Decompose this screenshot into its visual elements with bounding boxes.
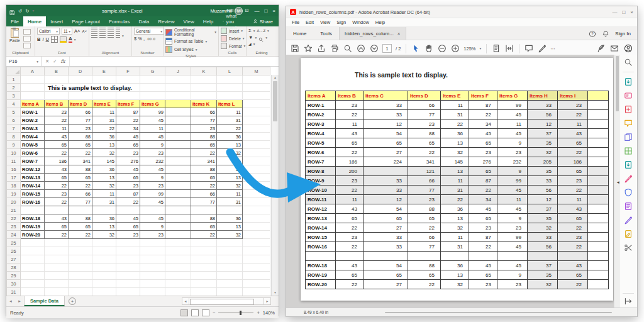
menu-help[interactable]: Help <box>372 19 388 25</box>
paste-button[interactable]: Paste <box>8 28 21 43</box>
close-button[interactable]: × <box>272 8 275 14</box>
cell[interactable] <box>45 247 69 255</box>
tab-tools[interactable]: Tools <box>313 27 339 40</box>
cell[interactable]: 23 <box>191 125 217 133</box>
cell[interactable] <box>191 280 217 288</box>
cell[interactable] <box>92 92 116 100</box>
cell[interactable]: 77 <box>69 198 92 206</box>
cell[interactable]: 88 <box>191 133 217 141</box>
italic-button[interactable]: I <box>42 36 43 42</box>
cell[interactable] <box>140 239 165 247</box>
cell[interactable]: ROW-3 <box>21 125 45 133</box>
row-header-27[interactable]: 27 <box>7 255 21 264</box>
cell[interactable]: 276 <box>116 157 140 165</box>
comment-icon[interactable] <box>624 119 633 128</box>
cell[interactable]: 11 <box>45 125 69 133</box>
cell[interactable]: 65 <box>116 223 140 231</box>
maximize-button[interactable]: □ <box>622 9 625 15</box>
font-name-select[interactable]: Calibri▾ <box>37 28 60 35</box>
cell[interactable] <box>165 157 191 165</box>
currency-icon[interactable]: $ % , <box>134 36 145 42</box>
cell[interactable] <box>69 239 92 247</box>
cell[interactable]: 66 <box>191 108 217 116</box>
row-header-11[interactable]: 11 <box>7 157 21 165</box>
align-bottom-icon[interactable] <box>108 28 114 32</box>
cell[interactable]: 11 <box>92 108 116 116</box>
cell[interactable]: 22 <box>191 231 217 239</box>
cell[interactable] <box>217 272 243 280</box>
font-size-select[interactable]: 11▾ <box>62 28 72 35</box>
bold-button[interactable]: B <box>37 36 40 42</box>
row-header-30[interactable]: 30 <box>7 280 21 288</box>
cell[interactable] <box>140 280 165 288</box>
sheet-nav-right-icon[interactable]: ► <box>15 299 24 303</box>
zoom-in-icon[interactable] <box>451 44 460 53</box>
row-header-1[interactable]: 1 <box>7 75 21 84</box>
cell[interactable]: 65 <box>69 174 92 182</box>
cell[interactable] <box>21 247 45 255</box>
row-header-10[interactable]: 10 <box>7 149 21 157</box>
cell[interactable] <box>165 133 191 141</box>
cell[interactable]: 45 <box>140 214 165 223</box>
cell[interactable]: ROW-14 <box>21 182 45 190</box>
row-header-19[interactable]: 19 <box>7 190 21 198</box>
cell[interactable]: 22 <box>191 182 217 190</box>
cell[interactable] <box>45 288 69 296</box>
cell[interactable]: 13 <box>217 223 243 231</box>
cell[interactable]: 23 <box>140 182 165 190</box>
column-header-B[interactable]: B <box>45 67 69 75</box>
notifications-icon[interactable] <box>602 30 609 37</box>
format-painter-icon[interactable] <box>23 43 31 48</box>
column-header-L[interactable]: L <box>217 67 243 75</box>
cell[interactable]: 65 <box>45 174 69 182</box>
cell[interactable] <box>165 272 191 280</box>
cell[interactable]: ROW-2 <box>21 116 45 125</box>
cell[interactable] <box>191 75 217 84</box>
page-view-icon[interactable] <box>492 44 501 53</box>
cell[interactable]: 45 <box>116 133 140 141</box>
cell[interactable] <box>217 255 243 264</box>
cell[interactable] <box>69 75 92 84</box>
row-header-23[interactable]: 23 <box>7 223 21 231</box>
cell[interactable]: 87 <box>116 190 140 198</box>
cell[interactable]: Items B <box>45 100 69 108</box>
format-as-table-button[interactable]: Format as Table▾ <box>165 38 216 45</box>
cell[interactable] <box>165 264 191 272</box>
cell[interactable] <box>217 75 243 84</box>
cell[interactable]: Items A <box>21 100 45 108</box>
cell[interactable]: 65 <box>191 141 217 149</box>
cell[interactable] <box>165 141 191 149</box>
hand-icon[interactable] <box>425 44 433 53</box>
cell[interactable]: Items D <box>69 100 92 108</box>
envelope-icon[interactable] <box>610 44 619 53</box>
star-icon[interactable] <box>304 44 313 53</box>
grow-font-icon[interactable]: A˄ <box>74 28 80 34</box>
cell[interactable] <box>165 223 191 231</box>
select-icon[interactable] <box>411 44 420 53</box>
cell[interactable] <box>140 92 165 100</box>
cell[interactable] <box>69 264 92 272</box>
cell[interactable]: 65 <box>69 141 92 149</box>
cell[interactable] <box>243 255 270 264</box>
protect-icon[interactable] <box>624 188 633 197</box>
sign-quill-icon[interactable] <box>596 44 605 53</box>
ribbon-tab-home[interactable]: Home <box>23 16 46 26</box>
cell[interactable] <box>140 255 165 264</box>
cell[interactable]: 9 <box>140 141 165 149</box>
cell[interactable]: 31 <box>217 116 243 125</box>
select-all-corner[interactable] <box>7 67 21 75</box>
cell[interactable] <box>191 288 217 296</box>
cell[interactable]: 88 <box>191 214 217 223</box>
cell[interactable] <box>116 92 140 100</box>
row-header-8[interactable]: 8 <box>7 133 21 141</box>
cell[interactable] <box>92 206 116 214</box>
hscroll-thumb[interactable] <box>190 299 254 305</box>
create-pdf-icon[interactable] <box>624 105 633 114</box>
cell[interactable]: 11 <box>92 190 116 198</box>
cell[interactable]: 65 <box>191 223 217 231</box>
insert-cells-button[interactable]: Insert▾ <box>221 28 245 34</box>
menu-file[interactable]: File <box>289 19 303 25</box>
cell[interactable]: 45 <box>140 198 165 206</box>
column-header-F[interactable]: F <box>116 67 140 75</box>
cell[interactable] <box>165 231 191 239</box>
